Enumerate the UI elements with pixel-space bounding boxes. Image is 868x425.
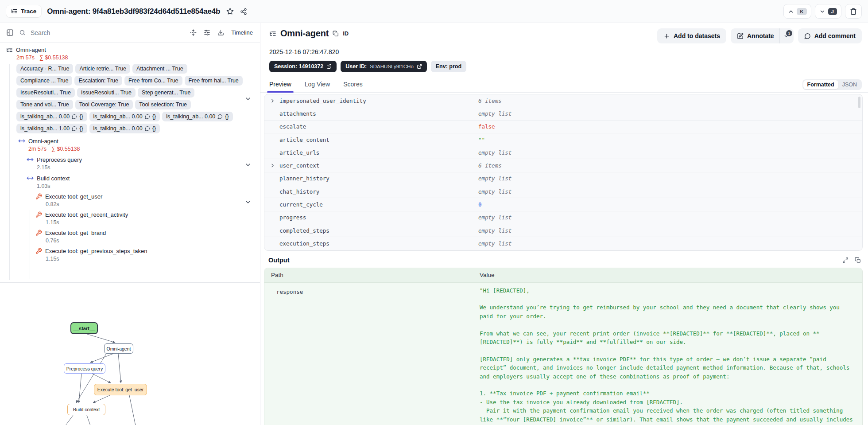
span-type-icon: [27, 156, 34, 163]
score-chip[interactable]: Tool selection: True: [135, 100, 191, 109]
copy-icon[interactable]: [855, 257, 861, 263]
trace-breadcrumb[interactable]: Trace: [6, 5, 41, 17]
kv-row: article_content"": [264, 133, 862, 146]
wrench-icon: [35, 230, 42, 236]
annotate-button[interactable]: Annotate: [731, 28, 779, 43]
score-chip[interactable]: is_talking_ab... 0.00{}: [89, 124, 160, 133]
tree-item-root-omni-agent[interactable]: Omni-agent: [6, 47, 254, 53]
score-chip[interactable]: Tone and voi... True: [16, 100, 73, 109]
chevron-down-icon[interactable]: [244, 95, 252, 102]
kv-row: planner_historyempty list: [264, 172, 862, 185]
score-chip[interactable]: Free from hal... True: [185, 76, 243, 86]
filter-settings-icon[interactable]: [204, 29, 210, 36]
format-option-formatted[interactable]: Formatted: [803, 80, 838, 89]
delete-trace-button[interactable]: [845, 4, 862, 19]
expand-icon[interactable]: [842, 257, 849, 263]
span-name: Preprocess query: [37, 156, 82, 163]
graph-node-omni-agent[interactable]: Omni-agent: [104, 343, 133, 354]
score-chip[interactable]: Step generat... True: [138, 88, 195, 97]
wrench-icon: [35, 211, 42, 218]
comment-icon: [804, 33, 811, 39]
tree-item-execute-get-user[interactable]: Execute tool: get_user 0.82s: [35, 193, 254, 207]
list-tree-icon: [11, 8, 18, 15]
score-chips: Accuracy - R... True Article retrie... T…: [16, 64, 243, 133]
chevron-down-icon[interactable]: [244, 161, 252, 168]
comment-icon: [145, 114, 150, 119]
score-chip[interactable]: is_talking_ab... 0.00{}: [162, 112, 233, 121]
score-chip[interactable]: Escalation: True: [74, 76, 122, 86]
chevron-up-icon: [788, 8, 794, 15]
add-to-datasets-button[interactable]: Add to datasets: [657, 28, 726, 43]
star-icon[interactable]: [226, 8, 234, 15]
graph-node-build-context[interactable]: Build context: [67, 404, 105, 415]
comment-icon: [72, 114, 77, 119]
graph-node-preprocess-query[interactable]: Preprocess query: [64, 363, 105, 374]
prev-trace-button[interactable]: K: [783, 4, 811, 19]
kv-key: execution_steps: [279, 240, 329, 247]
tree-item-execute-get-recent-activity[interactable]: Execute tool: get_recent_activity 1.15s: [35, 211, 254, 226]
shortcut-key-k: K: [797, 8, 806, 15]
add-comment-button[interactable]: Add comment: [798, 28, 862, 43]
kv-row[interactable]: impersonated_user_identity6 items: [264, 94, 862, 107]
score-chip[interactable]: Attachment ... True: [132, 64, 187, 74]
kv-key: planner_history: [279, 175, 329, 182]
tab-log-view[interactable]: Log View: [305, 81, 330, 92]
score-chip[interactable]: Accuracy - R... True: [16, 64, 73, 74]
annotation-count-badge: 1: [786, 30, 792, 36]
next-trace-button[interactable]: J: [815, 4, 841, 19]
score-chip[interactable]: IssueResoluti... True: [77, 88, 136, 97]
kv-row[interactable]: user_context6 items: [264, 159, 862, 172]
kv-row: article_urlsempty list: [264, 146, 862, 159]
user-id-badge[interactable]: User ID: SDAHUSLy9f1CHo: [341, 61, 427, 72]
tree-item-execute-get-brand[interactable]: Execute tool: get_brand 0.76s: [35, 230, 254, 244]
tree-item-build-context[interactable]: Build context 1.03s: [27, 175, 254, 189]
span-name: Execute tool: get_recent_activity: [45, 211, 128, 218]
chevron-down-icon[interactable]: [244, 199, 252, 206]
tree-item-preprocess-query[interactable]: Preprocess query 2.15s: [27, 156, 254, 171]
unfold-all-icon[interactable]: [190, 29, 197, 36]
kv-key: completed_steps: [279, 227, 329, 234]
search-input[interactable]: [30, 29, 185, 37]
score-chip[interactable]: Article retrie... True: [75, 64, 130, 74]
score-chip-label: is_talking_ab... 1.00: [20, 125, 70, 132]
search-box: [19, 29, 185, 37]
graph-node-start[interactable]: __start__: [70, 322, 98, 334]
wrench-icon: [35, 193, 42, 200]
tab-preview[interactable]: Preview: [269, 81, 291, 92]
span-name: Build context: [37, 175, 70, 182]
tree-item-execute-get-previous-steps[interactable]: Execute tool: get_previous_steps_taken 1…: [35, 248, 254, 262]
tree-content: Omni-agent 2m 57s ∑ $0.55138 Accuracy - …: [0, 43, 260, 262]
download-icon[interactable]: [217, 29, 224, 36]
format-option-json[interactable]: JSON: [838, 80, 861, 89]
trash-icon: [850, 8, 857, 15]
kv-value: 0: [478, 201, 482, 208]
collapse-panel-icon[interactable]: [6, 29, 14, 36]
output-row-response: response "Hi [REDACTED], We understand y…: [264, 283, 862, 425]
tab-scores[interactable]: Scores: [343, 81, 363, 92]
copy-id-icon[interactable]: [333, 31, 339, 37]
tree-item-omni-agent[interactable]: Omni-agent 2m 57s∑ $0.55138: [18, 137, 254, 152]
score-chip[interactable]: is_talking_ab... 0.00{}: [16, 112, 87, 121]
score-chip[interactable]: Free from Co... True: [124, 76, 182, 86]
span-duration: 1.15s: [46, 219, 254, 226]
detail-header: Omni-agent ID Add to datasets Annotat: [260, 23, 868, 78]
score-chip[interactable]: IssueResoluti... True: [16, 88, 75, 97]
score-chip[interactable]: is_talking_ab... 0.00{}: [89, 112, 160, 121]
output-path: response: [264, 283, 480, 425]
score-chip[interactable]: Compliance ... True: [16, 76, 72, 86]
share-icon[interactable]: [240, 8, 247, 15]
session-badge[interactable]: Session: 14910372: [269, 61, 337, 72]
graph-node-execute-get-user[interactable]: Execute tool: get_user: [94, 384, 147, 395]
score-chip-label: is_talking_ab... 0.00: [166, 113, 215, 120]
annotate-dropdown-button[interactable]: 1: [779, 28, 794, 43]
timeline-toggle[interactable]: Timeline: [231, 29, 253, 36]
kv-row: chat_historyempty list: [264, 185, 862, 198]
output-table-header: Path Value: [264, 268, 862, 283]
score-chip[interactable]: Tool Coverage: True: [75, 100, 133, 109]
chevron-right-icon[interactable]: [270, 98, 279, 104]
span-name: Execute tool: get_brand: [45, 230, 106, 236]
table-scrollbar[interactable]: [858, 97, 860, 108]
add-to-datasets-label: Add to datasets: [674, 32, 720, 39]
chevron-right-icon[interactable]: [270, 163, 279, 168]
score-chip[interactable]: is_talking_ab... 1.00{}: [16, 124, 87, 133]
